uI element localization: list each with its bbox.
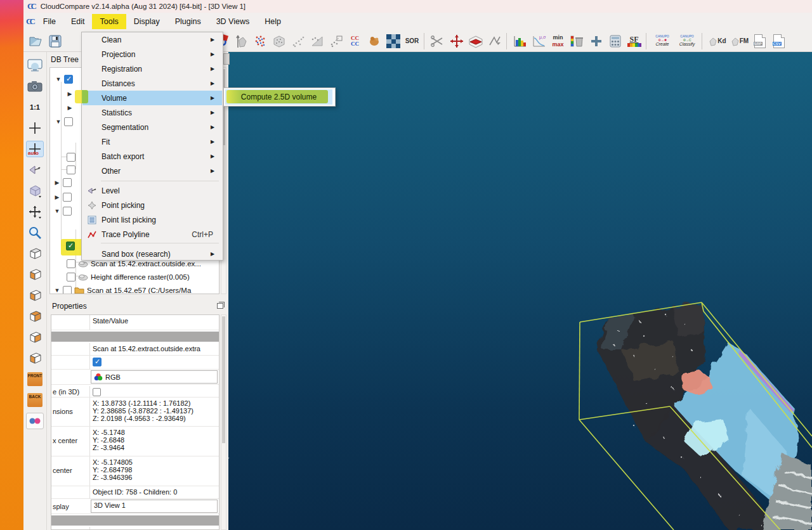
fm-button[interactable]: FM — [729, 32, 749, 49]
menu-item-batch-export[interactable]: Batch export▶ — [82, 149, 222, 164]
view-top-button[interactable] — [26, 245, 44, 262]
sor-filter-button[interactable]: SOR — [403, 32, 421, 49]
expander-open-icon[interactable]: ▼ — [54, 208, 60, 214]
zoom-fit-button[interactable] — [26, 120, 44, 136]
refresh-display-button[interactable] — [26, 57, 44, 74]
expander-closed-icon[interactable]: ▶ — [54, 179, 60, 186]
menu-item-clean[interactable]: Clean▶ — [82, 32, 222, 47]
cross-section-button[interactable] — [467, 32, 484, 49]
tree-checkbox[interactable] — [64, 117, 73, 126]
perspective-cube-button[interactable] — [26, 183, 44, 199]
pan-mode-button[interactable] — [26, 204, 44, 220]
tree-row[interactable]: ▶ — [67, 87, 73, 100]
tree-row[interactable]: ▶ — [54, 191, 72, 204]
fit-statistical-model-button[interactable]: μ,σ — [530, 32, 547, 49]
tree-checkbox[interactable] — [63, 178, 72, 187]
visible-checkbox[interactable] — [93, 358, 102, 366]
tree-row[interactable]: ▶ — [54, 176, 72, 189]
menu-item-point-picking[interactable]: Point picking — [82, 198, 222, 212]
menu-item-segmentation[interactable]: Segmentation▶ — [82, 120, 222, 134]
tree-checkbox[interactable] — [63, 193, 72, 202]
cloud-mesh-distance-button[interactable] — [308, 32, 325, 49]
3d-view[interactable] — [228, 52, 812, 530]
pick-rotation-center-button[interactable] — [26, 162, 44, 178]
octree-button[interactable] — [270, 32, 287, 49]
menu-3dviews[interactable]: 3D Views — [209, 14, 258, 29]
menu-item-fit[interactable]: Fit▶ — [82, 134, 222, 149]
view-iso-front-button[interactable]: FRONT — [26, 371, 44, 387]
extract-sections-button[interactable] — [486, 32, 503, 49]
translate-rotate-button[interactable] — [448, 32, 465, 49]
menu-item-level[interactable]: Level — [82, 183, 222, 198]
menu-item-statistics[interactable]: Statistics▶ — [82, 105, 222, 120]
tree-checkbox[interactable] — [67, 165, 75, 174]
expander-closed-icon[interactable]: ▶ — [54, 194, 60, 200]
name3d-checkbox[interactable] — [93, 388, 101, 396]
menu-plugins[interactable]: Plugins — [167, 14, 209, 29]
kd-tree-button[interactable]: Kd — [707, 32, 727, 49]
subsample-button[interactable] — [232, 32, 249, 49]
view-left-button[interactable] — [26, 329, 44, 346]
tree-row[interactable]: ▼ — [55, 115, 73, 128]
display-combo[interactable]: 3D View 1 — [91, 500, 218, 513]
colors-combo[interactable]: RGB — [91, 370, 218, 384]
view-iso-back-button[interactable]: BACK — [26, 392, 44, 408]
tree-row[interactable]: ▼ — [54, 205, 72, 217]
open-file-button[interactable] — [27, 32, 44, 49]
expander-closed-icon[interactable]: ▶ — [67, 105, 73, 111]
add-constant-sf-button[interactable] — [587, 32, 605, 49]
tree-row[interactable] — [67, 151, 75, 164]
menu-item-projection[interactable]: Projection▶ — [82, 47, 222, 61]
menu-item-compute-25d-volume[interactable]: Compute 2.5D volume — [225, 89, 332, 105]
properties-float-button[interactable] — [217, 303, 223, 309]
expander-open-icon[interactable]: ▼ — [54, 287, 60, 294]
menu-file[interactable]: File — [36, 14, 63, 29]
tree-row[interactable]: ▼ Scan at 15.42.e57 (C:/Users/Ma — [54, 284, 191, 294]
menu-edit[interactable]: Edit — [63, 14, 93, 29]
sf-color-scale-button[interactable]: SF — [625, 32, 643, 49]
tree-row[interactable]: ▼ — [55, 73, 73, 86]
tree-checkbox[interactable] — [63, 286, 72, 294]
histogram-button[interactable] — [511, 32, 528, 49]
tree-row[interactable]: ▶ — [67, 101, 73, 114]
view-right-button[interactable] — [26, 350, 44, 366]
srp-export-button[interactable]: SRP — [751, 32, 768, 49]
view-bottom-button[interactable] — [26, 266, 44, 283]
screenshot-button[interactable] — [26, 78, 44, 94]
zoom-1-1-button[interactable]: 1:1 — [26, 99, 44, 115]
save-button[interactable] — [46, 32, 63, 49]
tree-checkbox[interactable] — [67, 153, 75, 162]
tree-item-label[interactable]: Height difference raster(0.005) — [91, 273, 190, 281]
expander-closed-icon[interactable]: ▶ — [67, 91, 73, 97]
menu-item-point-list-picking[interactable]: Point list picking — [82, 212, 222, 227]
filter-by-value-button[interactable] — [568, 32, 586, 49]
csv-export-button[interactable]: CSV — [770, 32, 787, 49]
sf-arithmetic-button[interactable] — [606, 32, 624, 49]
menu-tools[interactable]: Tools — [92, 14, 126, 29]
closest-point-set-button[interactable] — [327, 32, 344, 49]
tree-item-label[interactable]: Scan at 15.42.e57 (C:/Users/Ma — [87, 287, 191, 294]
menu-item-trace-polyline[interactable]: Trace Polyline Ctrl+P — [82, 227, 222, 242]
menu-item-other[interactable]: Other▶ — [82, 164, 222, 178]
properties-scrollbar[interactable] — [221, 314, 226, 530]
view-front-button[interactable] — [26, 287, 44, 304]
menu-item-sandbox[interactable]: Sand box (research)▶ — [82, 247, 222, 261]
tree-row[interactable] — [67, 164, 75, 176]
scale-range-button[interactable]: minmax — [549, 32, 566, 49]
tree-checkbox[interactable] — [63, 207, 72, 216]
tree-checkbox[interactable] — [67, 273, 75, 281]
menu-item-volume[interactable]: Volume▶ — [82, 91, 222, 105]
cloud-cloud-distance-button[interactable] — [289, 32, 306, 49]
canupo-create-button[interactable]: CANUPO⚙→✱Create — [651, 32, 674, 49]
scissors-segment-button[interactable] — [429, 32, 446, 49]
menu-display[interactable]: Display — [126, 14, 167, 29]
canupo-classify-button[interactable]: CANUPO⚙→CClassify — [676, 32, 698, 49]
menu-item-distances[interactable]: Distances▶ — [82, 76, 222, 91]
tree-row[interactable]: Height difference raster(0.005) — [67, 271, 190, 283]
view-back-button[interactable] — [26, 308, 44, 325]
noise-filter-button[interactable] — [251, 32, 268, 49]
tree-checkbox[interactable] — [67, 259, 75, 268]
checker-plugin-button[interactable] — [384, 32, 402, 49]
panel-splitter-handle[interactable] — [223, 53, 230, 65]
expander-open-icon[interactable]: ▼ — [55, 76, 62, 82]
